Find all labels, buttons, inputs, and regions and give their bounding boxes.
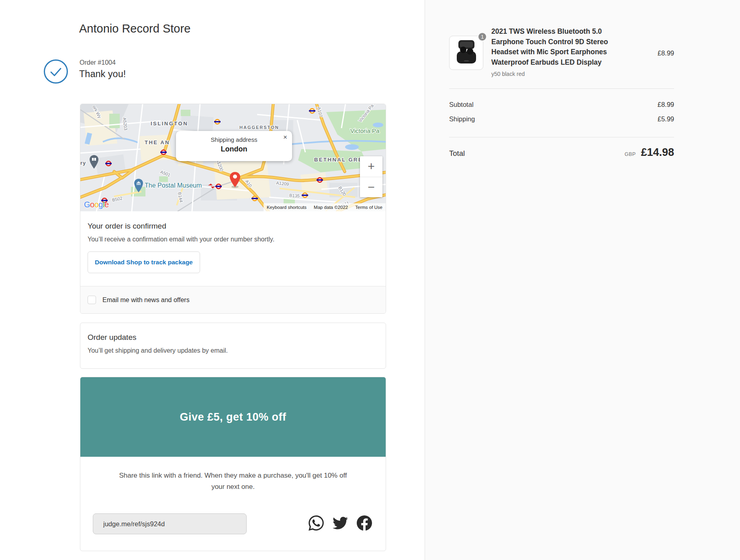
facebook-icon	[357, 515, 372, 531]
shipping-row: Shipping £5.99	[449, 115, 674, 123]
confirmation-card: ISLINGTON THE AN HAGGERSTON BETHNAL GRE …	[80, 104, 386, 314]
map-zoom-control: + −	[360, 156, 382, 197]
product-variant: y50 black red	[491, 71, 525, 77]
google-logo[interactable]: Google	[84, 200, 109, 209]
store-name: Antonio Record Store	[79, 22, 190, 35]
subtotal-label: Subtotal	[449, 101, 474, 108]
shipping-address-popup: Shipping address London ×	[176, 131, 292, 161]
keyboard-shortcuts-link[interactable]: Keyboard shortcuts	[267, 205, 307, 210]
whatsapp-share-button[interactable]	[309, 515, 324, 531]
referral-banner-title: Give £5, get 10% off	[180, 411, 286, 423]
referral-share-text: Share this link with a friend. When they…	[112, 470, 354, 493]
order-number: Order #1004	[80, 59, 116, 66]
referral-link-input[interactable]	[93, 513, 247, 534]
twitter-share-button[interactable]	[333, 515, 348, 531]
terms-of-use-link[interactable]: Terms of Use	[355, 205, 382, 210]
google-letter: g	[98, 200, 103, 209]
total-row: Total GBP £14.98	[449, 146, 674, 159]
map-label-haggerston: HAGGERSTON	[239, 125, 279, 130]
share-buttons	[309, 515, 372, 531]
product-thumbnail: 1	[449, 36, 483, 70]
order-confirmed-body: You’ll receive a confirmation email with…	[88, 236, 378, 243]
map-label-bethnal-green: BETHNAL GRE	[314, 157, 363, 163]
map-label-victoria-park: Victoria Pa	[350, 127, 380, 134]
newsletter-optin-row: Email me with news and offers	[80, 286, 386, 313]
referral-card: Give £5, get 10% off Share this link wit…	[80, 377, 386, 551]
total-value: £14.98	[641, 146, 674, 159]
close-icon[interactable]: ×	[282, 133, 288, 142]
quantity-badge: 1	[478, 32, 487, 41]
whatsapp-icon	[309, 515, 324, 531]
total-label: Total	[449, 149, 465, 158]
order-updates-body: You’ll get shipping and delivery updates…	[88, 347, 378, 354]
order-updates-card: Order updates You’ll get shipping and de…	[80, 323, 386, 369]
earbuds-product-image	[450, 36, 483, 69]
shipping-value: £5.99	[658, 115, 674, 123]
google-letter: e	[104, 200, 109, 209]
order-status-page: Antonio Record Store Order #1004 Thank y…	[0, 0, 425, 560]
order-confirmed-title: Your order is confirmed	[88, 222, 378, 231]
map-data-copyright: Map data ©2022	[314, 205, 348, 210]
google-letter: o	[94, 200, 99, 209]
shipping-label: Shipping	[449, 115, 475, 123]
order-summary-panel: 1 2021 TWS Wireless Bluetooth 5.0 Earpho…	[425, 0, 740, 560]
referral-banner: Give £5, get 10% off	[80, 377, 386, 457]
newsletter-checkbox[interactable]	[88, 296, 96, 304]
google-letter: o	[90, 200, 94, 209]
product-title: 2021 TWS Wireless Bluetooth 5.0 Earphone…	[491, 27, 624, 67]
map-attribution: Keyboard shortcuts Map data ©2022 Terms …	[264, 203, 386, 211]
newsletter-label: Email me with news and offers	[102, 296, 190, 304]
twitter-icon	[333, 515, 348, 531]
popup-city: London	[176, 145, 292, 153]
product-price: £8.99	[658, 49, 674, 57]
map-label-the-angel: THE AN	[145, 139, 170, 145]
map-label-library: ry	[80, 160, 86, 166]
map-label-islington: ISLINGTON	[151, 121, 188, 127]
page-title: Thank you!	[79, 69, 126, 80]
facebook-share-button[interactable]	[357, 515, 372, 531]
zoom-in-button[interactable]: +	[360, 156, 382, 177]
map-label-postal-museum: The Postal Museum	[145, 182, 202, 189]
summary-divider	[449, 88, 674, 89]
popup-title: Shipping address	[176, 136, 292, 143]
order-confirmed-check-icon	[43, 59, 68, 84]
currency-code: GBP	[625, 151, 636, 157]
download-shop-button[interactable]: Download Shop to track package	[88, 251, 200, 273]
order-updates-title: Order updates	[88, 333, 378, 342]
map-label-b135: B135	[289, 193, 300, 198]
subtotal-value: £8.99	[658, 101, 674, 108]
total-divider	[449, 137, 674, 137]
zoom-out-button[interactable]: −	[360, 177, 382, 198]
shipping-map[interactable]: ISLINGTON THE AN HAGGERSTON BETHNAL GRE …	[80, 104, 386, 211]
subtotal-row: Subtotal £8.99	[449, 101, 674, 108]
google-letter: G	[84, 200, 90, 209]
